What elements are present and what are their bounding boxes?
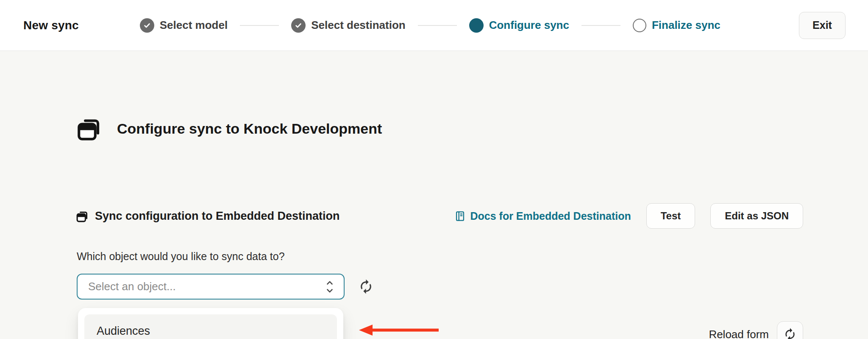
book-icon <box>454 210 466 222</box>
step-select-destination[interactable]: Select destination <box>291 18 406 33</box>
refresh-objects-button[interactable] <box>358 279 374 294</box>
exit-button[interactable]: Exit <box>799 12 846 39</box>
edit-as-json-button[interactable]: Edit as JSON <box>710 203 803 229</box>
empty-circle-icon <box>633 19 646 32</box>
dropdown-option-audiences[interactable]: Audiences <box>84 314 337 339</box>
configure-sync-heading: Configure sync to Knock Development <box>117 120 382 137</box>
object-select-dropdown: Audiences <box>78 308 343 339</box>
stacked-windows-icon <box>75 115 103 143</box>
stacked-windows-icon <box>75 209 89 223</box>
step-label: Select model <box>160 19 228 32</box>
step-connector <box>240 25 279 26</box>
check-circle-icon <box>291 18 306 33</box>
step-label: Configure sync <box>489 19 569 32</box>
docs-link-label: Docs for Embedded Destination <box>470 210 631 222</box>
step-select-model[interactable]: Select model <box>140 18 228 33</box>
check-circle-icon <box>140 18 154 33</box>
object-question-label: Which object would you like to sync data… <box>77 250 285 263</box>
reload-form-button[interactable] <box>777 321 803 339</box>
section-actions: Docs for Embedded Destination Test Edit … <box>454 203 803 229</box>
filled-dot-icon <box>469 18 484 33</box>
wizard-header: New sync Select model Select destination… <box>0 0 868 51</box>
configure-heading-row: Configure sync to Knock Development <box>75 115 382 143</box>
page-title: New sync <box>23 19 79 32</box>
circular-arrows-icon <box>358 279 374 294</box>
object-select-row: Select an object... <box>77 274 374 300</box>
docs-link[interactable]: Docs for Embedded Destination <box>454 210 631 222</box>
step-finalize-sync[interactable]: Finalize sync <box>633 19 721 32</box>
step-label: Select destination <box>311 19 406 32</box>
step-connector <box>581 25 620 26</box>
step-label: Finalize sync <box>652 19 721 32</box>
step-configure-sync[interactable]: Configure sync <box>469 18 569 33</box>
reload-form-label: Reload form <box>709 328 769 339</box>
red-arrow-left-icon <box>358 324 441 336</box>
object-select[interactable]: Select an object... <box>77 274 345 300</box>
test-button[interactable]: Test <box>646 203 696 229</box>
wizard-stepper: Select model Select destination Configur… <box>140 18 721 33</box>
configure-sync-panel: Configure sync to Knock Development Sync… <box>0 51 868 339</box>
section-title: Sync configuration to Embedded Destinati… <box>95 210 340 223</box>
select-placeholder: Select an object... <box>88 280 176 293</box>
step-connector <box>418 25 457 26</box>
reload-form-row: Reload form <box>709 321 803 339</box>
sync-configuration-section-header: Sync configuration to Embedded Destinati… <box>75 203 803 229</box>
circular-arrows-icon <box>783 328 797 339</box>
chevron-up-down-icon <box>324 280 335 294</box>
